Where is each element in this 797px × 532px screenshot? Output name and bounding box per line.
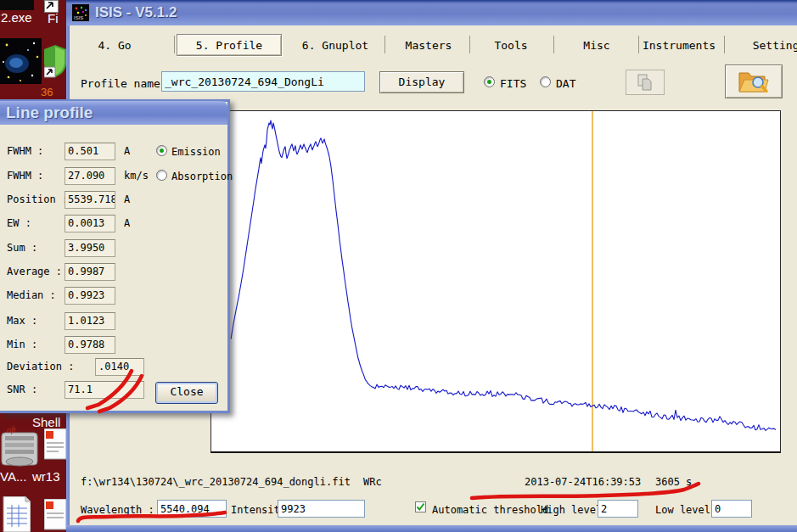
deviation-field[interactable]: .0140 bbox=[95, 358, 144, 376]
document-icon[interactable] bbox=[44, 428, 66, 469]
desktop-label-exe[interactable]: 2.exe bbox=[1, 10, 32, 25]
dat-radio[interactable] bbox=[540, 76, 551, 87]
fwhm-kms-field[interactable]: 27.090 bbox=[65, 167, 115, 185]
galaxy-image-icon[interactable] bbox=[0, 38, 42, 87]
check-icon bbox=[416, 502, 425, 512]
tab-separator bbox=[638, 36, 639, 53]
profile-name-label: Profile name bbox=[81, 77, 160, 90]
field-label: SNR : bbox=[7, 384, 37, 395]
spreadsheet-icon[interactable] bbox=[0, 496, 31, 532]
svg-text:ISIS: ISIS bbox=[74, 15, 83, 20]
ew-field[interactable]: 0.0013 bbox=[65, 215, 115, 232]
tab-separator bbox=[553, 36, 554, 53]
low-level-field[interactable] bbox=[711, 500, 752, 518]
document-icon[interactable] bbox=[44, 499, 66, 532]
desktop-label-wr13[interactable]: wr13 bbox=[32, 469, 60, 484]
emission-radio-label[interactable]: Emission bbox=[171, 146, 221, 158]
dialog-row-max: Max : 1.0123 bbox=[0, 312, 230, 331]
field-label: Deviation : bbox=[7, 361, 74, 372]
max-field[interactable]: 1.0123 bbox=[65, 312, 115, 330]
field-label: Median : bbox=[7, 289, 56, 301]
field-label: Sum : bbox=[7, 242, 37, 254]
absorption-radio[interactable] bbox=[156, 170, 167, 181]
browse-files-button[interactable] bbox=[725, 64, 783, 98]
dialog-row-ew: EW : 0.0013 A bbox=[0, 215, 230, 233]
tab-separator bbox=[469, 36, 470, 53]
svg-text:oft: oft bbox=[7, 426, 16, 434]
spectrum-line bbox=[231, 120, 776, 430]
field-unit: km/s bbox=[124, 170, 149, 182]
dat-radio-label[interactable]: DAT bbox=[556, 77, 575, 90]
tab-go[interactable]: 4. Go bbox=[98, 39, 131, 52]
field-label: FWHM : bbox=[7, 170, 43, 182]
line-profile-dialog: Line profile FWHM : 0.501 A FWHM : 27.09… bbox=[0, 99, 230, 413]
tab-profile[interactable]: 5. Profile bbox=[196, 39, 262, 52]
high-level-label: High level bbox=[541, 504, 602, 516]
tab-separator bbox=[724, 36, 725, 53]
screen: 2.exe Fi 36 Shell of bbox=[0, 0, 797, 532]
field-label: Average : bbox=[7, 266, 62, 277]
absorption-radio-label[interactable]: Absorption bbox=[171, 171, 233, 182]
tab-separator bbox=[174, 36, 175, 53]
field-label: Max : bbox=[7, 315, 37, 327]
folder-search-icon bbox=[738, 68, 770, 95]
spectrum-plot[interactable] bbox=[210, 110, 781, 453]
tab-masters[interactable]: Masters bbox=[406, 39, 452, 52]
average-field[interactable]: 0.9987 bbox=[65, 263, 115, 281]
gray-machine-icon[interactable]: oft bbox=[0, 426, 39, 471]
fits-radio-label[interactable]: FITS bbox=[500, 77, 526, 90]
tab-gnuplot[interactable]: 6. Gnuplot bbox=[302, 39, 368, 52]
tab-misc[interactable]: Misc bbox=[583, 39, 609, 52]
tab-separator bbox=[384, 36, 385, 53]
dialog-titlebar[interactable]: Line profile bbox=[0, 101, 227, 125]
profile-name-input[interactable] bbox=[161, 71, 365, 92]
low-level-label: Low level bbox=[655, 504, 710, 516]
field-label: EW : bbox=[7, 217, 31, 229]
wavelength-label: Wavelength : bbox=[81, 504, 154, 516]
dialog-row-position: Position : 5539.718 A bbox=[0, 191, 230, 210]
automatic-threshold-checkbox[interactable] bbox=[415, 501, 426, 512]
field-unit: A bbox=[124, 217, 130, 229]
high-level-field[interactable] bbox=[598, 500, 638, 518]
wavelength-field[interactable] bbox=[157, 500, 227, 518]
dialog-row-median: Median : 0.9923 bbox=[0, 287, 230, 305]
sum-field[interactable]: 3.9950 bbox=[65, 239, 115, 257]
taskbar-fragment bbox=[0, 0, 34, 10]
status-file-path: f:\wr134\130724\_wrc_20130724_694_dongli… bbox=[81, 476, 351, 488]
display-button[interactable]: Display bbox=[379, 71, 464, 93]
tab-settings[interactable]: Settings bbox=[753, 39, 797, 52]
emission-radio[interactable] bbox=[156, 145, 167, 156]
dialog-row-average: Average : 0.9987 bbox=[0, 263, 230, 282]
close-button[interactable]: Close bbox=[155, 382, 218, 404]
automatic-threshold-label[interactable]: Automatic threshold bbox=[432, 504, 548, 516]
snr-field[interactable]: 71.1 bbox=[65, 381, 144, 399]
desktop-label-36[interactable]: 36 bbox=[41, 86, 53, 98]
intensity-field[interactable] bbox=[278, 500, 365, 518]
desktop-label-va[interactable]: VA... bbox=[0, 469, 26, 484]
shield-antivirus-icon[interactable] bbox=[44, 44, 66, 81]
dialog-row-min: Min : 0.9788 bbox=[0, 336, 230, 355]
status-exposure: 3605 s bbox=[655, 476, 692, 488]
field-label: FWHM : bbox=[7, 145, 43, 157]
field-unit: A bbox=[124, 193, 130, 205]
dialog-row-sum: Sum : 3.9950 bbox=[0, 239, 230, 258]
tab-instruments[interactable]: Instruments bbox=[643, 39, 716, 52]
median-field[interactable]: 0.9923 bbox=[65, 287, 115, 305]
window-title: ISIS - V5.1.2 bbox=[95, 4, 177, 21]
position-field[interactable]: 5539.718 bbox=[65, 191, 115, 209]
copy-button[interactable] bbox=[626, 70, 665, 95]
fwhm-a-field[interactable]: 0.501 bbox=[65, 143, 115, 160]
fits-radio[interactable] bbox=[484, 76, 495, 87]
dialog-row-deviation: Deviation : .0140 bbox=[0, 358, 230, 377]
desktop-label-fi[interactable]: Fi bbox=[48, 11, 59, 25]
min-field[interactable]: 0.9788 bbox=[65, 336, 115, 354]
status-object: WRc bbox=[363, 476, 382, 488]
window-bottom-border bbox=[66, 525, 797, 532]
copy-pages-icon bbox=[636, 73, 654, 92]
window-titlebar[interactable]: ISIS ISIS - V5.1.2 bbox=[66, 0, 797, 25]
field-label: Min : bbox=[7, 339, 37, 350]
field-unit: A bbox=[124, 145, 130, 157]
tab-tools[interactable]: Tools bbox=[494, 39, 527, 52]
dialog-title: Line profile bbox=[6, 104, 93, 122]
app-icon: ISIS bbox=[72, 4, 89, 21]
